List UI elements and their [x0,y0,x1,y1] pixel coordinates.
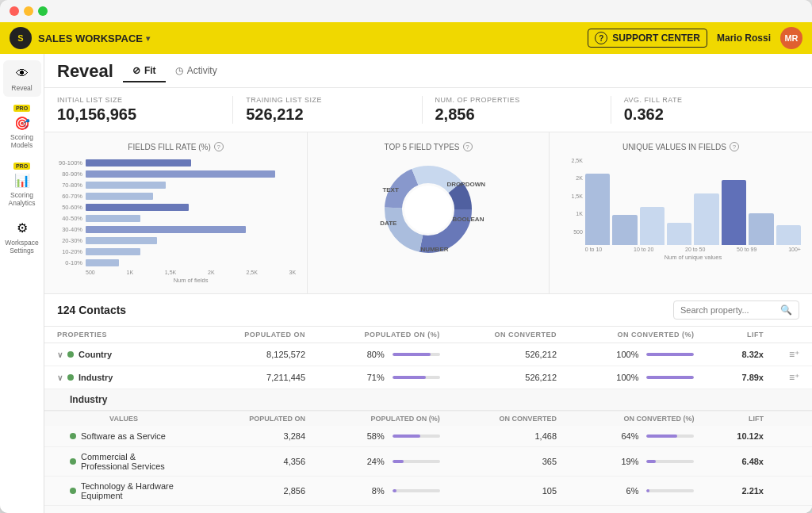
sub-table-header-row: VALUES POPULATED ON POPULATED ON (%) ON … [44,412,812,427]
fill-rate-bar-chart: 90-100% 80-90% 70-80% 60-70% 50-60% 40-5… [56,158,296,284]
fit-icon: ⊘ [132,65,140,76]
table-body: ∨ Country 8,125,572 80% [44,343,812,514]
dot-indicator [70,433,76,439]
col-populated-on: POPULATED ON [203,327,318,343]
expand-button[interactable]: ∨ [57,373,63,382]
app-window: S SALES WORKSPACE ▾ ? SUPPORT CENTER Mar… [0,0,812,513]
populated-pct-cell: 80% [318,343,453,366]
search-box: 🔍 [673,301,799,320]
page-title-row: Reveal ⊘ Fit ◷ Activity [57,60,799,82]
col-properties: PROPERTIES [44,327,203,343]
charts-area: FIELDS FILL RATE (%) ? 90-100% 80-90% 70… [44,132,812,294]
field-types-title: TOP 5 FIELD TYPES ? [384,142,472,151]
contacts-count-label: 124 Contacts [57,304,126,316]
lift-cell: 8.32x [707,343,776,366]
chevron-down-icon: ▾ [146,34,150,43]
tab-activity[interactable]: ◷ Activity [166,60,227,82]
reveal-icon: 👁 [13,65,31,82]
workspace-selector[interactable]: SALES WORKSPACE ▾ [38,33,150,44]
tab-fit[interactable]: ⊘ Fit [123,60,166,82]
maximize-button[interactable] [38,6,48,16]
page-title: Reveal [57,61,113,82]
table-row: ∨ Country 8,125,572 80% [44,343,812,366]
donut-label-dropdown: DROPDOWN [447,181,485,188]
filter-cell: ≡⁺ [776,343,812,366]
bar-chart-x-label: Num of fields [56,277,296,284]
on-converted-cell: 526,212 [453,366,569,389]
sidebar-item-workspace-settings[interactable]: ⚙ Workspace Settings [3,215,41,259]
col-populated-pct: POPULATED ON (%) [318,327,453,343]
vbar-bars-row [585,158,801,245]
search-input[interactable] [680,305,776,315]
table-section: 124 Contacts 🔍 PROPERTIES POPULATED ON P… [44,294,812,513]
dot-indicator [70,458,76,465]
question-icon: ? [595,32,607,44]
dot-indicator [67,374,74,381]
traffic-lights [10,6,48,16]
col-converted-pct: ON CONVERTED (%) [569,327,707,343]
property-cell: ∨ Country [44,343,203,366]
sidebar-item-scoring-analytics[interactable]: PRO 📊 Scoring Analytics [3,158,41,212]
sub-table-row: Software as a Service 3,284 58% 1,468 [44,426,812,447]
subgroup-header-row: Industry [44,389,812,412]
sub-value-cell: Software as a Service [44,426,203,447]
main-content: Reveal ⊘ Fit ◷ Activity [44,54,812,513]
help-icon-3[interactable]: ? [730,142,739,151]
stat-training-list-size: TRAINING LIST SIZE 526,212 [232,96,421,124]
sub-table-row: Technology & Hardware Equipment 2,856 8% [44,477,812,506]
donut-label-number: NUMBER [420,246,448,253]
table-head: PROPERTIES POPULATED ON POPULATED ON (%)… [44,327,812,343]
help-icon[interactable]: ? [214,142,224,151]
donut-label-boolean: BOOLEAN [452,216,484,223]
minimize-button[interactable] [24,6,33,16]
properties-table: PROPERTIES POPULATED ON POPULATED ON (%)… [44,327,812,513]
sub-table-row: Commercial & Professional Services 4,356… [44,447,812,477]
donut-chart-container: TEXT DROPDOWN BOOLEAN NUMBER DATE [365,158,492,261]
table-row: ∨ Industry 7,211,445 71% [44,366,812,389]
dot-indicator [67,351,74,358]
sidebar-item-reveal[interactable]: 👁 Reveal [3,60,41,97]
support-center-button[interactable]: ? SUPPORT CENTER [588,29,707,48]
top-navigation: S SALES WORKSPACE ▾ ? SUPPORT CENTER Mar… [0,22,812,54]
svg-point-5 [404,186,452,233]
bar-chart-y-labels: 90-100% 80-90% 70-80% 60-70% 50-60% 40-5… [56,158,86,267]
sub-table-row: Media 1,254 6% 96 [44,506,812,514]
filter-icon-2[interactable]: ≡⁺ [789,372,799,383]
top-nav-right: ? SUPPORT CENTER Mario Rossi MR [588,27,802,49]
main-layout: 👁 Reveal PRO 🎯 Scoring Models PRO 📊 Scor… [0,54,812,513]
stat-avg-fill-rate: AVG. FILL RATE 0.362 [611,96,799,124]
tab-bar: ⊘ Fit ◷ Activity [123,60,227,82]
sidebar: 👁 Reveal PRO 🎯 Scoring Models PRO 📊 Scor… [0,54,44,513]
stats-row: INITIAL LIST SIZE 10,156,965 TRAINING LI… [44,88,812,132]
converted-pct-cell: 100% [569,343,707,366]
populated-on-cell: 8,125,572 [203,343,318,366]
fill-rate-chart: FIELDS FILL RATE (%) ? 90-100% 80-90% 70… [44,132,308,293]
filter-cell: ≡⁺ [776,366,812,389]
sidebar-item-scoring-models[interactable]: PRO 🎯 Scoring Models [3,100,41,154]
bar-chart-x-axis: 5001K1,5K2K2,5K3K [56,270,296,275]
vbar-y-labels: 2,5K 2K 1,5K 1K 500 [561,158,583,261]
expand-button[interactable]: ∨ [57,350,63,359]
field-types-chart: TOP 5 FIELD TYPES ? TEX [308,132,550,293]
unique-values-title: UNIQUE VALUES IN FIELDS ? [561,142,801,151]
unique-values-chart: UNIQUE VALUES IN FIELDS ? 2,5K 2K 1,5K 1… [550,132,812,293]
col-on-converted: ON CONVERTED [453,327,569,343]
bar-chart-bars [86,158,296,267]
converted-pct-cell: 100% [569,366,707,389]
donut-label-text: TEXT [382,186,398,193]
settings-icon: ⚙ [13,220,31,237]
vbar-chart-body: 0 to 10 10 to 20 20 to 50 50 to 99 100+ … [585,158,801,261]
close-button[interactable] [10,6,19,16]
scoring-models-icon: 🎯 [13,114,31,132]
titlebar [0,0,812,22]
dot-indicator [70,488,76,494]
app-logo: S [10,27,32,49]
help-icon-2[interactable]: ? [463,142,473,151]
donut-label-date: DATE [380,220,396,227]
activity-icon: ◷ [175,65,183,76]
on-converted-cell: 526,212 [453,343,569,366]
col-lift: LIFT [707,327,776,343]
vbar-x-title: Num of unique values [585,254,801,261]
filter-icon[interactable]: ≡⁺ [789,349,799,360]
unique-values-bar-area: 2,5K 2K 1,5K 1K 500 [561,158,801,261]
